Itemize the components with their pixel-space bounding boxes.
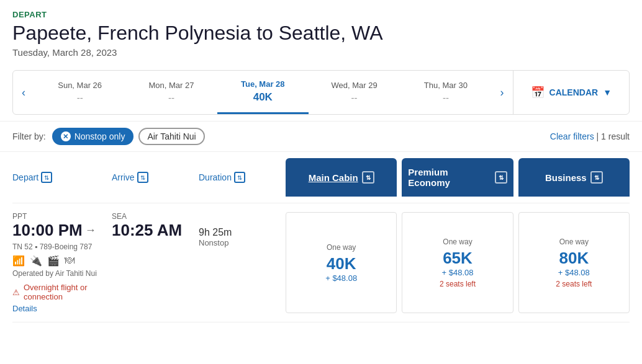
arrive-airport-code: SEA [112,212,199,221]
nonstop-filter-label: Nonstop only [75,131,125,141]
premium-economy-miles: 65K [443,249,472,268]
date-line: Tuesday, March 28, 2023 [12,47,630,58]
business-sort-icon: ⇅ [590,171,603,184]
business-price-cell[interactable]: One way 80K + $48.08 2 seats left [518,212,630,313]
filter-label: Filter by: [12,131,46,141]
duration-sort-icon: ⇅ [234,172,245,183]
duration-sort-button[interactable]: Duration ⇅ [199,172,245,183]
operated-by: Operated by Air Tahiti Nui [12,269,112,278]
arrive-sort-icon: ⇅ [137,172,148,183]
main-cabin-header[interactable]: Main Cabin ⇅ [286,158,397,197]
date-item-thu-mar30[interactable]: Thu, Mar 30 -- [400,71,491,114]
business-seats-left: 2 seats left [556,280,592,288]
calendar-button[interactable]: 📅 CALENDAR ▼ [513,71,629,114]
entertainment-icon: 🎬 [47,255,60,267]
business-cash: + $48.08 [558,268,590,277]
arrive-time: 10:25 AM [112,221,199,240]
date-item-tue-mar28[interactable]: Tue, Mar 28 40K [217,71,309,114]
date-price: -- [77,92,83,103]
depart-col-header: Depart ⇅ [12,172,112,183]
date-price: -- [168,92,174,103]
duration-value: 9h 25m [199,227,286,238]
filter-bar: Filter by: ✕ Nonstop only Air Tahiti Nui… [0,121,642,152]
main-cabin-miles: 40K [327,254,356,273]
premium-economy-header[interactable]: Premium Economy ⇅ [402,158,513,197]
results-section: Depart ⇅ Arrive ⇅ Duration ⇅ Main Cabin … [0,152,642,322]
flight-prices: One way 40K + $48.08 One way 65K + $48.0… [286,212,630,313]
duration-col-header: Duration ⇅ [199,172,286,183]
date-label: Tue, Mar 28 [241,79,285,89]
date-price: -- [443,92,449,103]
premium-economy-price-cell[interactable]: One way 65K + $48.08 2 seats left [402,212,513,313]
calendar-label: CALENDAR [549,87,599,97]
duration-col-label: Duration [199,172,232,182]
depart-time: 10:00 PM [12,221,83,240]
business-miles: 80K [559,249,589,268]
flight-duration-info: 9h 25m Nonstop [199,212,286,313]
date-label: Mon, Mar 27 [148,81,194,90]
arrive-sort-button[interactable]: Arrive ⇅ [112,172,148,183]
details-link[interactable]: Details [12,304,112,313]
calendar-icon: 📅 [531,86,545,99]
depart-label: DEPART [12,10,630,19]
main-cabin-price-cell[interactable]: One way 40K + $48.08 [286,212,397,313]
date-label: Thu, Mar 30 [424,81,468,90]
next-date-arrow[interactable]: › [492,71,513,114]
premium-economy-sort-icon: ⇅ [495,171,507,184]
stops-value: Nonstop [199,238,286,247]
column-headers: Depart ⇅ Arrive ⇅ Duration ⇅ Main Cabin … [12,152,630,203]
arrive-col-label: Arrive [112,172,135,182]
filter-separator: | [597,131,602,141]
prev-date-arrow[interactable]: ‹ [13,71,34,114]
air-tahiti-filter-tag[interactable]: Air Tahiti Nui [138,128,204,145]
date-label: Sun, Mar 26 [58,81,102,90]
depart-sort-button[interactable]: Depart ⇅ [12,172,52,183]
overnight-text: Overnight flight or connection [24,283,112,301]
meal-icon: 🍽 [65,255,75,267]
main-cabin-cash: + $48.08 [325,273,357,283]
flight-depart-info: PPT 10:00 PM → TN 52 ▪ 789-Boeing 787 📶 … [12,212,112,313]
flight-number: TN 52 ▪ 789-Boeing 787 [12,242,112,251]
flight-num-label: TN 52 [12,242,33,251]
business-header[interactable]: Business ⇅ [518,158,630,197]
premium-economy-seats-left: 2 seats left [440,280,476,288]
air-tahiti-filter-label: Air Tahiti Nui [147,131,196,141]
date-label: Wed, Mar 29 [332,81,378,90]
date-item-sun-mar26[interactable]: Sun, Mar 26 -- [34,71,125,114]
wifi-icon: 📶 [12,255,25,267]
cabin-col-headers: Main Cabin ⇅ Premium Economy ⇅ Business … [286,158,630,197]
date-item-wed-mar29[interactable]: Wed, Mar 29 -- [309,71,400,114]
remove-nonstop-icon[interactable]: ✕ [61,131,71,141]
page-header: DEPART Papeete, French Polynesia to Seat… [0,0,642,64]
date-price: 40K [253,91,273,104]
main-cabin-sort-icon: ⇅ [362,171,374,184]
flight-arrive-info: SEA 10:25 AM [112,212,199,313]
premium-economy-label: Premium Economy [408,167,491,188]
power-icon: 🔌 [30,255,42,267]
date-items: Sun, Mar 26 -- Mon, Mar 27 -- Tue, Mar 2… [34,71,492,114]
aircraft-type: 789-Boeing 787 [40,242,93,251]
premium-economy-one-way-label: One way [443,237,472,246]
overnight-warning: ⚠ Overnight flight or connection [12,283,112,301]
flight-row: PPT 10:00 PM → TN 52 ▪ 789-Boeing 787 📶 … [12,203,630,322]
date-item-mon-mar27[interactable]: Mon, Mar 27 -- [125,71,217,114]
calendar-chevron-icon: ▼ [603,87,612,97]
business-label: Business [545,172,587,183]
arrive-col-header: Arrive ⇅ [112,172,199,183]
amenity-icons: 📶 🔌 🎬 🍽 [12,255,112,267]
dot-separator: ▪ [35,242,40,251]
nonstop-filter-tag[interactable]: ✕ Nonstop only [52,128,134,145]
date-nav: ‹ Sun, Mar 26 -- Mon, Mar 27 -- Tue, Mar… [12,70,630,115]
warning-icon: ⚠ [12,288,20,297]
route-title: Papeete, French Polynesia to Seattle, WA [12,22,630,45]
date-price: -- [351,92,358,103]
business-one-way-label: One way [559,237,589,246]
depart-col-label: Depart [12,172,38,182]
filter-results: Clear filters | 1 result [550,131,630,141]
depart-airport-code: PPT [12,212,112,221]
flight-arrow-icon: → [85,224,96,237]
premium-economy-cash: + $48.08 [442,268,474,277]
main-cabin-one-way-label: One way [327,243,356,252]
depart-sort-icon: ⇅ [41,172,52,183]
clear-filters-link[interactable]: Clear filters [550,131,594,141]
